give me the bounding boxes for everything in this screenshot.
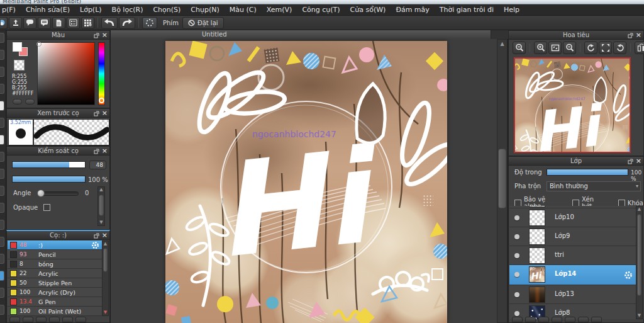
angle-knob[interactable] xyxy=(37,190,45,197)
layer-row[interactable]: Lớp13 xyxy=(509,285,638,304)
menu-timelapse[interactable]: Thời gian trôi đi xyxy=(435,4,499,16)
layer-visibility-dot[interactable] xyxy=(514,272,519,277)
tool-icon-partial[interactable] xyxy=(0,305,4,315)
layer-up-button[interactable] xyxy=(565,317,575,322)
scroll-thumb[interactable] xyxy=(637,214,641,296)
tool-icon-partial[interactable] xyxy=(0,152,4,162)
close-icon[interactable]: × xyxy=(102,148,108,154)
document-button[interactable] xyxy=(52,17,65,29)
menu-help[interactable]: Help xyxy=(499,4,525,16)
layer-row[interactable]: Lớp9 xyxy=(509,227,638,246)
brush-edit-button[interactable] xyxy=(36,317,47,322)
share-button[interactable] xyxy=(9,17,22,29)
brush-add-button[interactable] xyxy=(9,317,20,322)
brush-row[interactable]: 8 bóng xyxy=(8,259,102,269)
tool-icon-partial[interactable] xyxy=(0,135,4,145)
scroll-thumb[interactable] xyxy=(99,195,104,216)
scroll-down-icon[interactable]: ▼ xyxy=(103,310,108,315)
tool-icon-partial[interactable] xyxy=(0,84,4,94)
navigator-header[interactable]: Hoa tiêu × xyxy=(509,31,643,40)
popout-icon[interactable] xyxy=(94,233,99,239)
brush-up-button[interactable] xyxy=(49,317,60,322)
close-icon[interactable]: × xyxy=(636,158,641,164)
brush-opacity-slider[interactable] xyxy=(12,176,86,183)
saturation-value-box[interactable] xyxy=(37,42,95,105)
blend-mode-dropdown[interactable]: Bình thường ▾ xyxy=(547,181,641,191)
rotate-ccw-button[interactable] xyxy=(584,42,597,54)
tool-icon-partial[interactable] xyxy=(0,288,4,298)
layer-delete-button[interactable] xyxy=(591,317,602,322)
brush-row[interactable]: 50 Stipple Pen xyxy=(8,278,102,288)
color-picker-button[interactable] xyxy=(25,99,35,105)
layer-visibility-dot[interactable] xyxy=(514,311,519,316)
menu-edit[interactable]: Chỉnh sửa(E) xyxy=(21,4,75,16)
undo-button[interactable] xyxy=(101,17,118,29)
brush-size-slider[interactable] xyxy=(12,161,86,168)
popout-icon[interactable] xyxy=(628,159,633,164)
popout-icon[interactable] xyxy=(94,111,99,116)
flip-horizontal-button[interactable] xyxy=(635,42,644,54)
brush-duplicate-button[interactable] xyxy=(23,317,33,322)
menu-snap[interactable]: Chụp(N) xyxy=(186,4,224,16)
scroll-up-icon[interactable]: ▲ xyxy=(103,241,108,247)
tool-icon-partial[interactable] xyxy=(0,186,4,196)
tool-icon-partial[interactable] xyxy=(0,169,4,179)
tool-icon-partial[interactable] xyxy=(0,203,4,213)
foreground-color-swatch[interactable] xyxy=(13,42,22,52)
scroll-down-icon[interactable]: ▼ xyxy=(636,313,642,319)
layer-opacity-slider[interactable] xyxy=(547,169,628,176)
canvas-vertical-scrollbar[interactable]: ▲ xyxy=(497,39,508,323)
layer-visibility-dot[interactable] xyxy=(514,215,519,220)
close-icon[interactable]: × xyxy=(102,32,108,38)
busy-spinner-button[interactable] xyxy=(142,17,157,29)
menu-filter[interactable]: Bộ lọc(R) xyxy=(107,4,148,16)
brush-row[interactable]: 13.4 G Pen xyxy=(8,297,102,307)
tool-icon-partial[interactable] xyxy=(0,237,4,247)
fit-screen-button[interactable] xyxy=(599,42,612,54)
menu-layer[interactable]: Lớp(L) xyxy=(75,4,107,16)
tool-icon-partial[interactable] xyxy=(0,220,4,230)
brush-control-scrollbar[interactable]: ▲ ▼ xyxy=(97,186,105,226)
protect-alpha-checkbox[interactable] xyxy=(514,200,521,207)
zoom-in-button[interactable] xyxy=(534,42,547,54)
layer-duplicate-button[interactable] xyxy=(525,317,536,322)
close-icon[interactable]: × xyxy=(102,110,108,116)
grid-button[interactable] xyxy=(81,17,94,29)
tool-icon-partial[interactable] xyxy=(0,33,4,43)
sv-cursor[interactable] xyxy=(36,42,42,47)
menu-select[interactable]: Chọn(S) xyxy=(148,4,186,16)
close-icon[interactable]: × xyxy=(636,32,641,38)
brush-row[interactable]: 22 Acrylic xyxy=(8,269,102,278)
fit-window-button[interactable] xyxy=(548,42,562,54)
scroll-thumb[interactable] xyxy=(103,248,108,272)
brush-row[interactable]: 93 Pencil xyxy=(8,250,102,259)
popout-icon[interactable] xyxy=(94,149,99,154)
document-tab[interactable]: Untitled xyxy=(111,30,491,39)
layer-settings-gear-icon[interactable] xyxy=(624,271,633,280)
lock-checkbox[interactable] xyxy=(618,200,625,207)
menu-file[interactable]: p(F) xyxy=(0,4,21,16)
tool-icon-partial[interactable] xyxy=(0,67,4,77)
menu-view[interactable]: Xem(V) xyxy=(262,4,297,16)
clipping-checkbox[interactable] xyxy=(572,200,579,207)
brush-preview-header[interactable]: Xem trước cọ × xyxy=(7,109,109,118)
transparent-color-swatch[interactable] xyxy=(14,60,25,71)
scroll-down-icon[interactable]: ▼ xyxy=(98,220,104,225)
material-list-button[interactable] xyxy=(67,17,80,29)
brush-down-button[interactable] xyxy=(62,317,73,322)
eyedropper-button[interactable] xyxy=(13,99,22,105)
layer-clear-button[interactable] xyxy=(552,317,562,322)
layer-merge-button[interactable] xyxy=(538,317,549,322)
scroll-up-icon[interactable]: ▲ xyxy=(497,41,507,47)
navigator-thumbnail[interactable] xyxy=(514,57,631,153)
layer-visibility-dot[interactable] xyxy=(514,234,519,239)
layer-visibility-dot[interactable] xyxy=(514,292,519,297)
menu-cloud[interactable]: Đám mây xyxy=(391,4,434,16)
brush-row[interactable]: 48 :) xyxy=(8,241,102,250)
reset-button[interactable]: Đặt lại xyxy=(182,17,224,29)
hue-bar[interactable] xyxy=(98,42,105,105)
scroll-up-icon[interactable]: ▲ xyxy=(98,187,104,193)
brush-list-header[interactable]: Cọ: :) × xyxy=(7,231,109,240)
layer-row[interactable]: Lớp10 xyxy=(509,208,638,227)
close-icon[interactable]: × xyxy=(102,232,108,239)
